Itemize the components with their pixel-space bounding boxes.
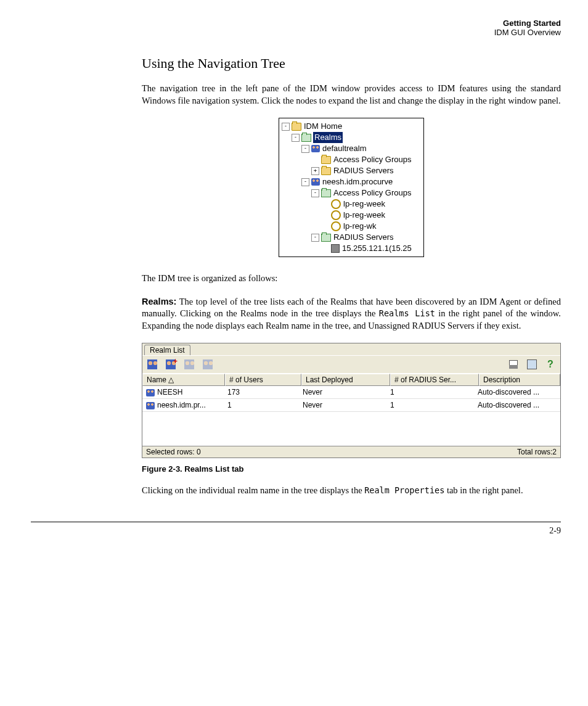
tree-item[interactable]: lp-reg-week — [282, 199, 423, 210]
nav-tree-figure: -IDM Home-Realms-defaultrealmAccess Poli… — [142, 118, 561, 257]
table-cell: neesh.idm.pr... — [142, 399, 224, 411]
cell-text: NEESH — [157, 388, 182, 396]
cell-text: 1 — [227, 401, 232, 409]
col-name[interactable]: Name △ — [142, 374, 225, 386]
expand-toggle-icon[interactable]: - — [301, 178, 309, 186]
tab-row: Realm List — [142, 343, 560, 355]
print-icon[interactable] — [507, 358, 520, 371]
display-icon[interactable] — [526, 358, 538, 371]
table-cell: 1 — [224, 399, 299, 411]
realms-list-term: Realms List — [379, 308, 435, 318]
tree-item[interactable]: -IDM Home — [282, 121, 423, 132]
figure-caption: Figure 2-3. Realms List tab — [142, 464, 561, 474]
table-row[interactable]: neesh.idm.pr...1Never1Auto-discovered ..… — [142, 399, 560, 412]
col-users[interactable]: # of Users — [225, 374, 301, 386]
users-disabled-icon — [183, 358, 195, 371]
expand-toggle-icon[interactable]: - — [282, 123, 290, 131]
table-cell: NEESH — [142, 386, 224, 398]
realm-list-figure: Realm List Name △ — [142, 343, 561, 458]
realm-icon — [146, 402, 155, 409]
intro-paragraph: The navigation tree in the left pane of … — [142, 83, 561, 107]
table-cell: Never — [299, 399, 386, 411]
header-subsection: IDM GUI Overview — [31, 28, 561, 37]
tree-item-label: defaultrealm — [322, 143, 367, 154]
users-icon[interactable] — [146, 358, 158, 371]
page-number: 2-9 — [31, 522, 561, 536]
page: Getting Started IDM GUI Overview Using t… — [0, 0, 588, 697]
realm-list-window: Realm List Name △ — [142, 343, 561, 458]
folder-icon — [321, 156, 331, 164]
tree-item-label: lp-reg-wk — [343, 221, 377, 232]
cell-text: Auto-discovered ... — [478, 401, 539, 409]
realms-paragraph: Realms: The top level of the tree lists … — [142, 296, 561, 332]
expand-toggle-icon[interactable]: - — [292, 134, 300, 142]
cell-text: neesh.idm.pr... — [157, 401, 206, 409]
cell-text: Auto-discovered ... — [478, 388, 539, 396]
header-section: Getting Started — [31, 18, 561, 28]
tree-item-label: lp-reg-week — [343, 199, 386, 210]
expand-toggle-icon[interactable]: - — [301, 145, 309, 153]
col-radius[interactable]: # of RADIUS Ser... — [390, 374, 479, 386]
status-total: Total rows:2 — [517, 448, 557, 456]
gear-icon — [331, 221, 341, 231]
expand-toggle-icon[interactable]: + — [311, 167, 319, 175]
realms-label: Realms: — [142, 297, 176, 306]
tree-item[interactable]: Access Policy Groups — [282, 154, 423, 165]
tree-item[interactable]: 15.255.121.1(15.25 — [282, 243, 423, 254]
expand-toggle-icon[interactable]: - — [311, 189, 319, 197]
grid-empty-area — [142, 412, 560, 446]
table-cell: Auto-discovered ... — [474, 386, 560, 398]
people-icon — [311, 145, 320, 152]
expand-toggle-icon[interactable]: - — [311, 234, 319, 242]
grid-header: Name △ # of Users Last Deployed # of RAD… — [142, 373, 560, 386]
tree-item-label: neesh.idm.procurve — [322, 176, 393, 187]
tree-item-label: RADIUS Servers — [333, 165, 394, 176]
cell-text: 173 — [227, 388, 240, 396]
section-title: Using the Navigation Tree — [142, 55, 561, 72]
tree-item[interactable]: +RADIUS Servers — [282, 165, 423, 176]
gear-icon — [331, 210, 341, 220]
tree-item-label: IDM Home — [303, 121, 343, 132]
tree-item-label: Access Policy Groups — [333, 154, 412, 165]
content: Using the Navigation Tree The navigation… — [142, 55, 561, 497]
status-bar: Selected rows: 0 Total rows:2 — [142, 446, 560, 458]
tree-item-label: 15.255.121.1(15.25 — [341, 243, 412, 254]
folder-open-icon — [321, 234, 331, 242]
help-icon[interactable] — [544, 358, 557, 371]
table-cell: 173 — [224, 386, 299, 398]
realm-icon — [146, 389, 155, 396]
folder-open-icon — [321, 189, 331, 197]
closing-paragraph: Clicking on the individual realm name in… — [142, 485, 561, 497]
table-cell: 1 — [386, 399, 474, 411]
tab-realm-list[interactable]: Realm List — [144, 345, 190, 355]
tree-item[interactable]: -neesh.idm.procurve — [282, 176, 423, 187]
tree-item-label: lp-reg-week — [343, 210, 386, 221]
cell-text: 1 — [390, 388, 394, 396]
tree-item[interactable]: -defaultrealm — [282, 143, 423, 154]
users-disabled2-icon — [202, 358, 214, 371]
people-icon — [311, 178, 320, 186]
tree-item[interactable]: lp-reg-wk — [282, 221, 423, 232]
server-icon — [331, 244, 340, 253]
tree-item[interactable]: -RADIUS Servers — [282, 232, 423, 243]
folder-icon — [292, 123, 301, 131]
table-row[interactable]: NEESH173Never1Auto-discovered ... — [142, 386, 560, 399]
folder-open-icon — [301, 134, 311, 142]
realm-properties-term: Realm Properties — [364, 485, 444, 495]
table-cell: Auto-discovered ... — [474, 399, 560, 411]
add-user-icon[interactable] — [165, 358, 177, 371]
col-description[interactable]: Description — [479, 374, 560, 386]
gear-icon — [331, 199, 341, 209]
folder-icon — [321, 167, 331, 175]
toolbar — [142, 355, 560, 373]
col-deployed[interactable]: Last Deployed — [301, 374, 390, 386]
cell-text: 1 — [390, 401, 394, 409]
tree-item[interactable]: lp-reg-week — [282, 210, 423, 221]
cell-text: Never — [303, 401, 322, 409]
table-cell: Never — [299, 386, 386, 398]
tree-item[interactable]: -Access Policy Groups — [282, 187, 423, 199]
page-header: Getting Started IDM GUI Overview — [31, 18, 561, 37]
tree-item[interactable]: -Realms — [282, 132, 423, 143]
closing-before: Clicking on the individual realm name in… — [142, 485, 364, 495]
cell-text: Never — [303, 388, 322, 396]
